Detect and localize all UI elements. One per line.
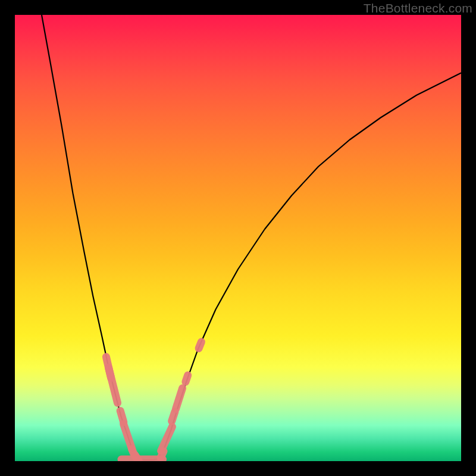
watermark-text: TheBottleneck.com <box>364 1 472 15</box>
curve-svg <box>15 15 461 461</box>
svg-rect-7 <box>155 446 168 461</box>
svg-rect-12 <box>194 337 206 353</box>
svg-rect-3 <box>118 419 137 454</box>
svg-rect-6 <box>118 456 167 462</box>
chart-container: TheBottleneck.com <box>0 0 476 476</box>
svg-rect-9 <box>167 407 180 426</box>
svg-rect-8 <box>156 422 177 456</box>
svg-rect-0 <box>102 352 116 383</box>
svg-rect-10 <box>171 383 187 414</box>
curve-path <box>42 15 461 460</box>
plot-area <box>15 15 461 461</box>
svg-rect-2 <box>115 406 129 427</box>
svg-rect-1 <box>104 363 123 408</box>
svg-rect-5 <box>129 449 144 461</box>
data-markers <box>102 337 206 461</box>
svg-rect-4 <box>127 444 139 461</box>
svg-rect-11 <box>181 370 193 387</box>
